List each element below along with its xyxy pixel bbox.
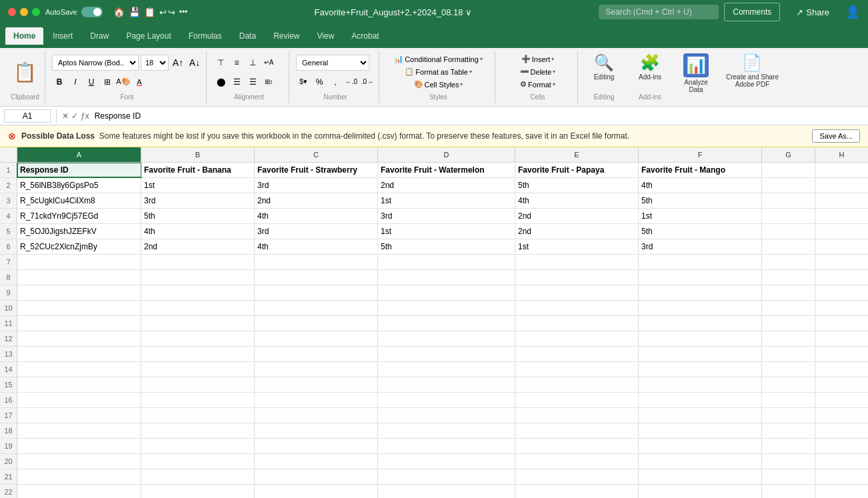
cell-15-G[interactable] — [762, 377, 815, 392]
grid-body[interactable]: 1Response IDFavorite Fruit - BananaFavor… — [0, 163, 868, 498]
cell-18-B[interactable] — [141, 423, 255, 438]
cell-4-B[interactable]: 5th — [141, 209, 255, 223]
cell-2-C[interactable]: 3rd — [255, 178, 378, 193]
cell-13-F[interactable] — [639, 347, 762, 361]
cell-22-B[interactable] — [141, 485, 255, 498]
minimize-button[interactable] — [20, 8, 28, 16]
cell-11-D[interactable] — [378, 316, 515, 331]
cell-5-B[interactable]: 4th — [141, 224, 255, 239]
italic-button[interactable]: I — [68, 75, 83, 89]
cell-13-B[interactable] — [141, 347, 255, 361]
row-num-1[interactable]: 1 — [0, 163, 17, 177]
cell-16-G[interactable] — [762, 393, 815, 407]
cell-12-B[interactable] — [141, 331, 255, 346]
cell-9-F[interactable] — [639, 285, 762, 300]
cell-16-F[interactable] — [639, 393, 762, 407]
cell-20-E[interactable] — [515, 454, 639, 469]
cell-8-C[interactable] — [255, 270, 378, 285]
cell-14-C[interactable] — [255, 362, 378, 377]
autosave-switch[interactable] — [81, 7, 103, 17]
cell-11-F[interactable] — [639, 316, 762, 331]
cell-8-E[interactable] — [515, 270, 639, 285]
cell-6-H[interactable] — [815, 239, 868, 254]
cell-15-C[interactable] — [255, 377, 378, 392]
cell-1-B[interactable]: Favorite Fruit - Banana — [141, 163, 255, 177]
row-num-2[interactable]: 2 — [0, 178, 17, 193]
cell-9-G[interactable] — [762, 285, 815, 300]
cell-17-F[interactable] — [639, 408, 762, 423]
cell-10-D[interactable] — [378, 301, 515, 315]
col-header-a[interactable]: A — [17, 147, 141, 162]
cell-11-A[interactable] — [17, 316, 141, 331]
save-copy-icon[interactable]: 📋 — [144, 7, 155, 17]
row-num-6[interactable]: 6 — [0, 239, 17, 254]
cell-styles-btn[interactable]: 🎨 Cell Styles ▾ — [411, 79, 466, 90]
home-icon[interactable]: 🏠 — [113, 7, 125, 17]
cell-9-B[interactable] — [141, 285, 255, 300]
cell-18-D[interactable] — [378, 423, 515, 438]
cell-2-F[interactable]: 4th — [639, 178, 762, 193]
tab-review[interactable]: Review — [265, 27, 307, 45]
cell-1-A[interactable]: Response ID — [17, 163, 141, 177]
row-num-18[interactable]: 18 — [0, 423, 17, 438]
cell-19-G[interactable] — [762, 439, 815, 453]
cell-14-H[interactable] — [815, 362, 868, 377]
cell-9-H[interactable] — [815, 285, 868, 300]
cell-17-D[interactable] — [378, 408, 515, 423]
cell-22-A[interactable] — [17, 485, 141, 498]
save-as-button[interactable]: Save As... — [812, 129, 860, 143]
comma-btn[interactable]: , — [328, 75, 343, 89]
cell-9-C[interactable] — [255, 285, 378, 300]
cell-2-G[interactable] — [762, 178, 815, 193]
cell-3-G[interactable] — [762, 193, 815, 208]
font-color-button[interactable]: A — [132, 75, 147, 89]
cell-20-B[interactable] — [141, 454, 255, 469]
cell-2-B[interactable]: 1st — [141, 178, 255, 193]
cell-21-D[interactable] — [378, 469, 515, 484]
confirm-formula-icon[interactable]: ✓ — [71, 111, 78, 121]
cell-4-G[interactable] — [762, 209, 815, 223]
cell-3-E[interactable]: 4th — [515, 193, 639, 208]
maximize-button[interactable] — [32, 8, 40, 16]
cell-19-A[interactable] — [17, 439, 141, 453]
formula-input[interactable] — [92, 110, 864, 122]
cell-17-H[interactable] — [815, 408, 868, 423]
col-header-b[interactable]: B — [141, 147, 255, 162]
cell-8-A[interactable] — [17, 270, 141, 285]
cell-10-C[interactable] — [255, 301, 378, 315]
cell-5-A[interactable]: R_5OJ0JigshJZEFkV — [17, 224, 141, 239]
cell-15-E[interactable] — [515, 377, 639, 392]
tab-home[interactable]: Home — [5, 27, 43, 45]
cell-4-D[interactable]: 3rd — [378, 209, 515, 223]
cell-2-D[interactable]: 2nd — [378, 178, 515, 193]
cell-6-C[interactable]: 4th — [255, 239, 378, 254]
fill-color-button[interactable]: A🎨 — [116, 75, 131, 89]
row-num-21[interactable]: 21 — [0, 469, 17, 484]
align-right-btn[interactable]: ☰ — [245, 75, 260, 89]
row-num-22[interactable]: 22 — [0, 485, 17, 498]
cell-10-G[interactable] — [762, 301, 815, 315]
cell-1-E[interactable]: Favorite Fruit - Papaya — [515, 163, 639, 177]
cell-12-C[interactable] — [255, 331, 378, 346]
tab-page-layout[interactable]: Page Layout — [118, 27, 179, 45]
decrease-font-btn[interactable]: A↓ — [187, 55, 202, 70]
font-family-selector[interactable]: Aptos Narrow (Bod... — [52, 55, 139, 71]
cell-15-D[interactable] — [378, 377, 515, 392]
row-num-14[interactable]: 14 — [0, 362, 17, 377]
cell-3-H[interactable] — [815, 193, 868, 208]
cell-5-G[interactable] — [762, 224, 815, 239]
cancel-formula-icon[interactable]: ✕ — [62, 111, 69, 121]
row-num-15[interactable]: 15 — [0, 377, 17, 392]
cell-3-C[interactable]: 2nd — [255, 193, 378, 208]
tab-data[interactable]: Data — [231, 27, 264, 45]
cell-16-B[interactable] — [141, 393, 255, 407]
undo-icon[interactable]: ↩ — [159, 7, 167, 17]
cell-10-B[interactable] — [141, 301, 255, 315]
cell-17-C[interactable] — [255, 408, 378, 423]
underline-button[interactable]: U — [84, 75, 99, 89]
row-num-9[interactable]: 9 — [0, 285, 17, 300]
cell-17-A[interactable] — [17, 408, 141, 423]
bold-button[interactable]: B — [52, 75, 67, 89]
cell-11-C[interactable] — [255, 316, 378, 331]
cell-20-H[interactable] — [815, 454, 868, 469]
